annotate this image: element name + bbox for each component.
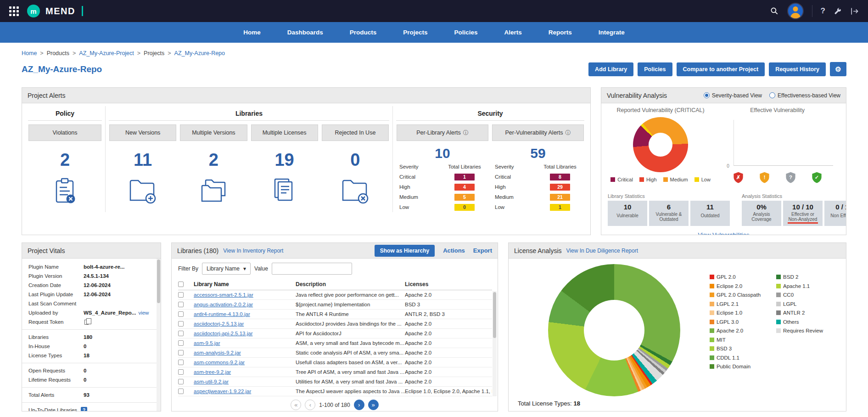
library-name-link[interactable]: asciidoctorj-2.5.13.jar bbox=[194, 321, 296, 327]
row-checkbox[interactable] bbox=[178, 350, 184, 355]
tab-violations[interactable]: Violations bbox=[28, 124, 101, 141]
row-checkbox[interactable] bbox=[178, 389, 184, 394]
help-badge-icon[interactable]: ? bbox=[81, 407, 87, 411]
nav-item[interactable]: Reports bbox=[535, 22, 585, 43]
table-row[interactable]: angus-activation-2.0.2.jar ${project.nam… bbox=[178, 300, 492, 310]
view-vulnerabilities-link[interactable]: View Vulnerabilities bbox=[601, 231, 846, 235]
nav-item[interactable]: Policies bbox=[441, 22, 491, 43]
header-action-button[interactable]: Policies bbox=[638, 62, 672, 76]
next-page-button[interactable]: › bbox=[354, 400, 364, 410]
breadcrumb-item[interactable]: AZ_My-Azure-Project bbox=[79, 50, 134, 56]
library-name-link[interactable]: antlr4-runtime-4.13.0.jar bbox=[194, 311, 296, 317]
header-action-button[interactable]: Add Library bbox=[588, 62, 633, 76]
settings-gear-button[interactable]: ⚙ bbox=[830, 62, 846, 76]
stat-box[interactable]: 0 / 10 Non Effective bbox=[824, 201, 846, 226]
row-checkbox[interactable] bbox=[178, 340, 184, 346]
last-page-button[interactable]: » bbox=[368, 400, 379, 410]
table-row[interactable]: asciidoctorj-api-2.5.13.jar API for Asci… bbox=[178, 329, 492, 338]
column-header-library-name[interactable]: Library Name bbox=[194, 281, 296, 287]
legend-item[interactable]: Apache 1.1 bbox=[776, 283, 823, 289]
tab-multiple-versions[interactable]: Multiple Versions bbox=[180, 124, 247, 141]
legend-item[interactable]: Eclipse 2.0 bbox=[710, 283, 761, 289]
license-donut-chart[interactable] bbox=[548, 264, 680, 396]
table-row[interactable]: asm-analysis-9.2.jar Static code analysi… bbox=[178, 348, 492, 358]
actions-button[interactable]: Actions bbox=[443, 247, 465, 254]
severity-count-badge[interactable]: 29 bbox=[550, 184, 570, 191]
nav-item[interactable]: Home bbox=[230, 22, 274, 43]
legend-item[interactable]: LGPL 3.0 bbox=[710, 319, 761, 325]
tab-per-library-alerts[interactable]: Per-Library Alerts ⓘ bbox=[397, 124, 488, 141]
search-icon[interactable] bbox=[770, 6, 779, 16]
first-page-button[interactable]: « bbox=[291, 400, 301, 410]
help-icon[interactable]: ? bbox=[821, 6, 825, 16]
stat-box[interactable]: 0% Analysis Coverage bbox=[742, 201, 781, 226]
filter-field-select[interactable]: Library Name ▾ bbox=[202, 263, 251, 275]
legend-item[interactable]: GPL 2.0 Classpath bbox=[710, 292, 761, 298]
severity-count-badge[interactable]: 4 bbox=[454, 184, 475, 191]
row-checkbox[interactable] bbox=[178, 379, 184, 384]
table-row[interactable]: asm-tree-9.2.jar Tree API of ASM, a very… bbox=[178, 367, 492, 377]
severity-count-badge[interactable]: 1 bbox=[454, 174, 475, 180]
legend-item[interactable]: Public Domain bbox=[710, 364, 761, 369]
header-action-button[interactable]: Compare to another Project bbox=[677, 62, 765, 76]
library-name-link[interactable]: asm-analysis-9.2.jar bbox=[194, 350, 296, 355]
nav-item[interactable]: Products bbox=[336, 22, 390, 43]
user-avatar[interactable] bbox=[787, 3, 804, 19]
legend-item[interactable]: CDDL 1.1 bbox=[710, 355, 761, 361]
reported-vulnerability-donut-chart[interactable] bbox=[633, 117, 688, 172]
critical-shield-icon[interactable]: ✗ bbox=[732, 171, 745, 186]
legend-item[interactable]: LGPL bbox=[776, 301, 823, 307]
admin-tools-icon[interactable] bbox=[834, 7, 842, 15]
library-name-link[interactable]: asciidoctorj-api-2.5.13.jar bbox=[194, 331, 296, 336]
column-header-description[interactable]: Description bbox=[296, 281, 405, 287]
legend-item[interactable]: BSD 3 bbox=[710, 346, 761, 351]
app-grid-icon[interactable] bbox=[9, 6, 19, 16]
breadcrumb-item[interactable]: > bbox=[73, 50, 76, 56]
table-row[interactable]: asm-util-9.2.jar Utilities for ASM, a ve… bbox=[178, 377, 492, 387]
legend-item[interactable]: Requires Review bbox=[776, 328, 823, 333]
copy-icon[interactable] bbox=[84, 320, 89, 325]
table-row[interactable]: antlr4-runtime-4.13.0.jar The ANTLR 4 Ru… bbox=[178, 310, 492, 319]
table-row[interactable]: asciidoctorj-2.5.13.jar AsciidoctorJ pro… bbox=[178, 319, 492, 329]
breadcrumb-item[interactable]: Products bbox=[47, 50, 69, 56]
table-row[interactable]: asm-9.5.jar ASM, a very small and fast J… bbox=[178, 338, 492, 348]
row-checkbox[interactable] bbox=[178, 360, 184, 365]
legend-item[interactable]: ANTLR 2 bbox=[776, 310, 823, 316]
unknown-shield-icon[interactable]: ? bbox=[784, 171, 797, 186]
legend-item[interactable]: Apache 2.0 bbox=[710, 328, 761, 333]
library-name-link[interactable]: asm-commons-9.2.jar bbox=[194, 360, 296, 365]
row-checkbox[interactable] bbox=[178, 302, 184, 307]
table-row[interactable]: aspectjweaver-1.9.22.jar The AspectJ wea… bbox=[178, 387, 492, 396]
library-name-link[interactable]: asm-util-9.2.jar bbox=[194, 379, 296, 384]
row-checkbox[interactable] bbox=[178, 331, 184, 336]
table-row[interactable]: asm-commons-9.2.jar Usefull class adapte… bbox=[178, 358, 492, 367]
legend-item[interactable]: LGPL 2.1 bbox=[710, 301, 761, 307]
breadcrumb-item[interactable]: > bbox=[168, 50, 171, 56]
severity-count-badge[interactable]: 8 bbox=[550, 174, 570, 180]
breadcrumb-item[interactable]: AZ_My-Azure-Repo bbox=[174, 50, 225, 56]
library-name-link[interactable]: accessors-smart-2.5.1.jar bbox=[194, 292, 296, 298]
stat-box[interactable]: 10 Vulnerable bbox=[608, 201, 647, 226]
header-action-button[interactable]: Request History bbox=[769, 62, 826, 76]
select-all-checkbox[interactable] bbox=[178, 282, 184, 287]
row-checkbox[interactable] bbox=[178, 369, 184, 375]
vitals-view-link[interactable]: view bbox=[138, 310, 149, 316]
nav-item[interactable]: Alerts bbox=[491, 22, 535, 43]
stat-box[interactable]: 11 Outdated bbox=[690, 201, 730, 226]
vitals-scrollbar[interactable] bbox=[157, 259, 161, 411]
tab-new-versions[interactable]: New Versions bbox=[109, 124, 176, 141]
severity-count-badge[interactable]: 1 bbox=[550, 204, 570, 211]
library-name-link[interactable]: angus-activation-2.0.2.jar bbox=[194, 302, 296, 307]
info-icon[interactable]: ⓘ bbox=[565, 129, 571, 137]
stat-box[interactable]: 6 Vulnerable & Outdated bbox=[649, 201, 689, 226]
nav-item[interactable]: Dashboards bbox=[274, 22, 336, 43]
effective-shield-icon[interactable]: ! bbox=[758, 171, 771, 186]
library-name-link[interactable]: asm-9.5.jar bbox=[194, 340, 296, 346]
tab-multiple-licenses[interactable]: Multiple Licenses bbox=[251, 124, 318, 141]
breadcrumb-item[interactable]: > bbox=[40, 50, 43, 56]
breadcrumb-item[interactable]: Projects bbox=[144, 50, 164, 56]
radio-button[interactable] bbox=[704, 92, 710, 98]
legend-item[interactable]: BSD 2 bbox=[776, 274, 823, 280]
view-due-diligence-report-link[interactable]: View In Due Diligence Report bbox=[566, 248, 638, 254]
legend-item[interactable]: Eclipse 1.0 bbox=[710, 310, 761, 316]
